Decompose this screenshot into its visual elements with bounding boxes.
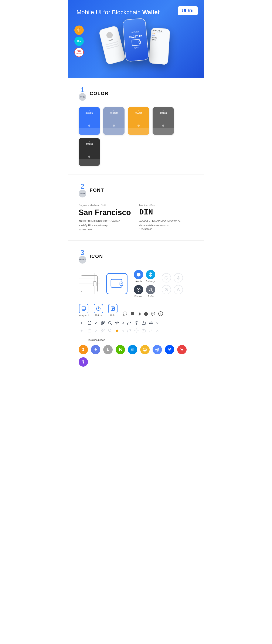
tron-icon (177, 345, 186, 354)
settings-icon-gray (134, 328, 138, 334)
export-icon-gray (142, 328, 146, 334)
swap-icon-gray (149, 328, 153, 334)
bubble-icon: 💬 (151, 312, 155, 316)
icon-history: History (94, 304, 103, 316)
color-title: COLOR (90, 91, 108, 96)
svg-rect-47 (103, 329, 104, 330)
phone-right: $6,297,502.12 BTC ETH WAVES QTUM (148, 28, 170, 65)
icon-assets: Assets (134, 270, 143, 282)
font-sf: Regular · Medium · Bold San Francisco AB… (78, 204, 133, 232)
svg-point-10 (150, 288, 152, 290)
zcash-icon (140, 345, 150, 354)
icon-assets-outline (162, 273, 171, 282)
svg-point-49 (108, 329, 111, 332)
icon-profile: Profile (146, 285, 155, 298)
ui-icons-row: Mangment History (78, 304, 194, 316)
blockchain-line (78, 340, 85, 340)
svg-rect-38 (103, 324, 104, 324)
circle-icon: ⬤ (144, 311, 148, 316)
icon-exchange-outline (174, 273, 183, 282)
small-icons-row1: 💬 ◑ ⬤ 💬 i (122, 311, 163, 316)
font-section: 2 TWO FONT Regular · Medium · Bold San F… (68, 174, 204, 240)
phone-left: Profile (98, 25, 126, 65)
plus-icon-gray: + (78, 328, 84, 333)
grid-icon (152, 345, 162, 354)
icon-exchange: Exchange (146, 270, 155, 282)
svg-rect-45 (89, 329, 90, 330)
svg-rect-46 (101, 329, 102, 330)
svg-rect-36 (103, 322, 104, 322)
clipboard-icon (88, 321, 92, 326)
swatch-gray: # 666666 (152, 107, 174, 135)
qr-icon (100, 321, 105, 326)
icon-discover: Discover (134, 285, 143, 298)
icon-title: ICON (90, 254, 103, 259)
app-icons-outline-grid (162, 273, 183, 294)
swatch-orange: # F5A623 (128, 107, 149, 135)
star-icon-gold (115, 328, 119, 334)
color-section-number: 1 ONE (78, 86, 86, 101)
search-icon-gray (108, 328, 112, 334)
app-icons-grid: Assets Exchange (134, 270, 155, 298)
svg-rect-27 (131, 312, 134, 313)
svg-rect-53 (83, 348, 84, 351)
plus-icon: + (78, 321, 84, 326)
info-icon: i (158, 311, 163, 316)
svg-rect-39 (103, 323, 104, 324)
small-icons-gray: + ✓ < (78, 328, 194, 334)
font-title: FONT (90, 188, 104, 193)
ui-kit-badge: UI Kit (178, 6, 198, 15)
swatch-slate: # 8DA0C8 (103, 107, 124, 135)
swatch-blue: # 3574FA (78, 107, 100, 135)
star-icon (115, 321, 119, 326)
phone-middle: myWallet $6,297.12 Sign up (122, 18, 150, 62)
ltc-icon: Ł (103, 345, 112, 354)
export-icon (142, 321, 146, 326)
color-number-circle: ONE (78, 93, 86, 101)
svg-rect-37 (101, 324, 102, 324)
swap-icon (149, 321, 153, 326)
color-section-header: 1 ONE COLOR (78, 86, 194, 101)
swatch-dark: # 303030 (78, 138, 100, 166)
settings-icon (134, 321, 138, 326)
svg-rect-54 (84, 348, 84, 351)
polygon-icon (78, 357, 88, 367)
chevron-left-icon: < (122, 321, 124, 325)
svg-rect-48 (101, 331, 102, 332)
svg-point-40 (108, 321, 111, 324)
color-swatches: # 3574FA # 8DA0C8 # F5A623 # 6 (78, 107, 194, 166)
neo-icon (116, 345, 125, 354)
svg-line-50 (111, 331, 112, 332)
font-section-number: 2 TWO (78, 183, 86, 198)
btc-icon (78, 345, 88, 354)
icon-section-header: 3 THREE ICON (78, 249, 194, 264)
clipboard-icon-gray (88, 328, 92, 334)
search-icon (108, 321, 112, 326)
icon-order: Order (108, 304, 118, 316)
svg-point-14 (178, 288, 179, 290)
chevron-left-icon-gray: < (122, 329, 124, 333)
blockchain-label: BlockChain Icon (78, 338, 194, 342)
phones-decoration: Profile myWallet $6,297.12 Sign up $6,29… (76, 23, 196, 65)
svg-rect-28 (131, 313, 134, 314)
close-icon: ✕ (156, 321, 159, 325)
check-icon: ✓ (95, 321, 98, 325)
layers-icon (130, 311, 134, 316)
wallet-wireframe (78, 273, 100, 294)
icon-discover-outline (162, 285, 171, 294)
svg-point-9 (138, 289, 139, 290)
eth-icon (91, 345, 100, 354)
svg-point-51 (136, 330, 137, 331)
font-section-header: 2 TWO FONT (78, 183, 194, 198)
icon-management: Mangment (78, 304, 88, 316)
check-icon-gray: ✓ (95, 329, 98, 333)
hero-section: Mobile UI for Blockchain Wallet UI Kit P… (68, 0, 204, 78)
share-icon-gray (127, 328, 131, 334)
svg-rect-29 (131, 314, 134, 315)
fonts-grid: Regular · Medium · Bold San Francisco AB… (78, 204, 194, 232)
dash-icon: D (128, 345, 137, 354)
svg-text:D: D (131, 348, 133, 351)
wallet-icons-row: Assets Exchange (78, 270, 194, 298)
chat-icon: 💬 (122, 311, 127, 316)
font-number-circle: TWO (78, 190, 86, 198)
